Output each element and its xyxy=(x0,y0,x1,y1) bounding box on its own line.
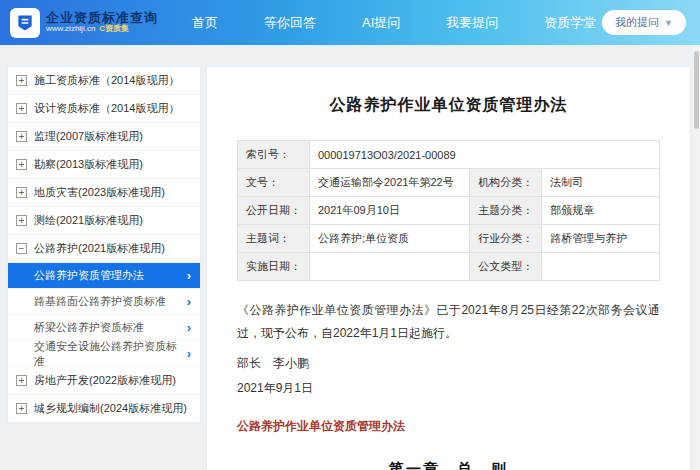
sidebar-item-urban-planning[interactable]: + 城乡规划编制(2024版标准现用) xyxy=(8,395,200,423)
expand-plus-icon[interactable]: + xyxy=(16,403,27,414)
announcement-paragraph: 《公路养护作业单位资质管理办法》已于2021年8月25日经第22次部务会议通过，… xyxy=(237,299,660,346)
nav-item-ai-ask[interactable]: AI提问 xyxy=(362,14,400,32)
expand-plus-icon[interactable]: + xyxy=(16,131,27,142)
expand-plus-icon[interactable]: + xyxy=(16,187,27,198)
publish-date-line: 2021年9月1日 xyxy=(237,377,660,400)
site-url: www.zizhiji.cn xyxy=(46,25,95,34)
meta-label-docnumber: 文号： xyxy=(238,169,310,197)
meta-value-effective-date xyxy=(310,253,470,281)
chevron-right-icon: › xyxy=(187,346,191,361)
expand-plus-icon[interactable]: + xyxy=(16,215,27,226)
expand-plus-icon[interactable]: + xyxy=(16,103,27,114)
document-meta-table: 索引号： 000019713O03/2021-00089 文号： 交通运输部令2… xyxy=(237,140,660,281)
meta-label-agency: 机构分类： xyxy=(470,169,542,197)
document-subtitle: 公路养护作业单位资质管理办法 xyxy=(237,415,660,438)
meta-label-publicdate: 公开日期： xyxy=(238,197,310,225)
my-questions-label: 我的提问 xyxy=(615,15,659,30)
main-nav: 首页 等你回答 AI提问 我要提问 资质学堂 xyxy=(192,14,596,32)
site-logo-text: 企业资质标准查询 www.zizhiji.cn C资质集 xyxy=(46,11,158,34)
document-panel: 公路养护作业单位资质管理办法 索引号： 000019713O03/2021-00… xyxy=(207,67,690,470)
meta-label-doctype: 公文类型： xyxy=(470,253,542,281)
chapter-heading: 第一章 总 则 xyxy=(237,454,660,470)
signer-line: 部长 李小鹏 xyxy=(237,352,660,375)
sidebar-item-survey[interactable]: + 勘察(2013版标准现用) xyxy=(8,151,200,179)
nav-item-answer[interactable]: 等你回答 xyxy=(264,14,316,32)
my-questions-dropdown[interactable]: 我的提问 ▼ xyxy=(602,10,686,35)
sidebar-item-highway-maintenance[interactable]: − 公路养护(2021版标准现用) xyxy=(8,235,200,263)
caret-down-icon: ▼ xyxy=(664,18,673,28)
meta-value-topic: 部颁规章 xyxy=(542,197,660,225)
meta-value-agency: 法制司 xyxy=(542,169,660,197)
table-row: 文号： 交通运输部令2021年第22号 机构分类： 法制司 xyxy=(238,169,660,197)
meta-value-keywords: 公路养护;单位资质 xyxy=(310,225,470,253)
sidebar-child-bridge-standard[interactable]: 桥梁公路养护资质标准 › xyxy=(8,315,200,341)
chevron-right-icon: › xyxy=(187,294,191,309)
table-row: 索引号： 000019713O03/2021-00089 xyxy=(238,141,660,169)
site-title: 企业资质标准查询 xyxy=(46,11,158,25)
meta-label-topic: 主题分类： xyxy=(470,197,542,225)
expand-plus-icon[interactable]: + xyxy=(16,75,27,86)
sidebar-item-real-estate[interactable]: + 房地产开发(2022版标准现用) xyxy=(8,367,200,395)
meta-value-industry: 路桥管理与养护 xyxy=(542,225,660,253)
sidebar-child-management-measures[interactable]: 公路养护资质管理办法 › xyxy=(8,263,200,289)
sidebar-child-roadbed-standard[interactable]: 路基路面公路养护资质标准 › xyxy=(8,289,200,315)
sidebar-child-traffic-safety-standard[interactable]: 交通安全设施公路养护资质标准 › xyxy=(8,341,200,367)
sidebar-item-geological[interactable]: + 地质灾害(2023版标准现用) xyxy=(8,179,200,207)
sidebar-item-supervision[interactable]: + 监理(2007版标准现用) xyxy=(8,123,200,151)
collapse-minus-icon[interactable]: − xyxy=(16,243,27,254)
scrollbar-thumb[interactable] xyxy=(694,51,699,129)
table-row: 实施日期： 公文类型： xyxy=(238,253,660,281)
top-navbar: 企业资质标准查询 www.zizhiji.cn C资质集 首页 等你回答 AI提… xyxy=(0,0,700,45)
sidebar-item-design[interactable]: + 设计资质标准（2014版现用） xyxy=(8,95,200,123)
site-badge: C资质集 xyxy=(99,25,129,34)
meta-label-index: 索引号： xyxy=(238,141,310,169)
meta-label-keywords: 主题词： xyxy=(238,225,310,253)
sidebar-item-mapping[interactable]: + 测绘(2021版标准现用) xyxy=(8,207,200,235)
meta-label-industry: 行业分类： xyxy=(470,225,542,253)
site-logo-icon xyxy=(10,8,40,38)
nav-item-home[interactable]: 首页 xyxy=(192,14,218,32)
table-row: 公开日期： 2021年09月10日 主题分类： 部颁规章 xyxy=(238,197,660,225)
chevron-right-icon: › xyxy=(187,268,191,283)
expand-plus-icon[interactable]: + xyxy=(16,375,27,386)
site-subtitle: www.zizhiji.cn C资质集 xyxy=(46,25,158,34)
document-body: 《公路养护作业单位资质管理办法》已于2021年8月25日经第22次部务会议通过，… xyxy=(237,299,660,470)
meta-value-index: 000019713O03/2021-00089 xyxy=(310,141,660,169)
table-row: 主题词： 公路养护;单位资质 行业分类： 路桥管理与养护 xyxy=(238,225,660,253)
expand-plus-icon[interactable]: + xyxy=(16,159,27,170)
meta-value-doctype xyxy=(542,253,660,281)
nav-item-ask[interactable]: 我要提问 xyxy=(446,14,498,32)
site-logo[interactable]: 企业资质标准查询 www.zizhiji.cn C资质集 xyxy=(10,8,158,38)
page-body: + 施工资质标准（2014版现用） + 设计资质标准（2014版现用） + 监理… xyxy=(0,45,700,470)
page-scrollbar[interactable] xyxy=(693,45,700,470)
sidebar-item-construction[interactable]: + 施工资质标准（2014版现用） xyxy=(8,67,200,95)
meta-value-publicdate: 2021年09月10日 xyxy=(310,197,470,225)
page-title: 公路养护作业单位资质管理办法 xyxy=(237,95,660,116)
meta-label-effective-date: 实施日期： xyxy=(238,253,310,281)
logo-glyph-icon xyxy=(15,13,35,33)
category-sidebar: + 施工资质标准（2014版现用） + 设计资质标准（2014版现用） + 监理… xyxy=(8,67,200,423)
nav-item-school[interactable]: 资质学堂 xyxy=(544,14,596,32)
meta-value-docnumber: 交通运输部令2021年第22号 xyxy=(310,169,470,197)
chevron-right-icon: › xyxy=(187,320,191,335)
